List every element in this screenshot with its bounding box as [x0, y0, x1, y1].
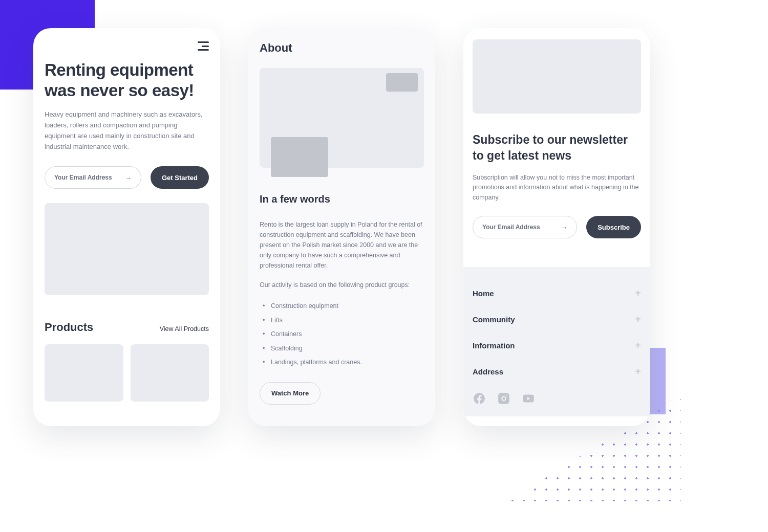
subscribe-button[interactable]: Subscribe	[586, 216, 641, 238]
newsletter-description: Subscription will allow you not to miss …	[473, 173, 641, 203]
footer-item-community[interactable]: Community +	[473, 306, 641, 332]
youtube-icon[interactable]	[522, 392, 535, 405]
hero-title: Renting equipment was never so easy!	[45, 60, 209, 100]
products-title: Products	[45, 321, 93, 334]
about-subheading: In a few words	[260, 193, 424, 205]
list-item: Scaffolding	[260, 342, 424, 356]
footer-item-information[interactable]: Information +	[473, 332, 641, 359]
instagram-icon[interactable]	[497, 392, 510, 405]
list-item: Lifts	[260, 314, 424, 328]
hero-description: Heavy equipment and machinery such as ex…	[45, 109, 209, 152]
arrow-right-icon: →	[125, 174, 132, 182]
email-placeholder: Your Email Address	[482, 224, 540, 231]
footer-label: Community	[473, 315, 515, 324]
list-item: Landings, platforms and cranes.	[260, 356, 424, 370]
list-item: Containers	[260, 327, 424, 342]
about-list: Construction equipment Lifts Containers …	[260, 299, 424, 370]
product-card[interactable]	[45, 344, 123, 402]
view-all-products-link[interactable]: View All Products	[160, 325, 209, 332]
footer-item-address[interactable]: Address +	[473, 359, 641, 385]
email-placeholder: Your Email Address	[54, 174, 112, 181]
about-title: About	[260, 41, 424, 55]
footer-item-home[interactable]: Home +	[473, 280, 641, 306]
about-image-overlay-large	[271, 137, 328, 177]
footer-label: Information	[473, 341, 515, 350]
plus-icon: +	[635, 340, 641, 351]
list-item: Construction equipment	[260, 299, 424, 314]
screen-home: Renting equipment was never so easy! Hea…	[33, 28, 220, 426]
plus-icon: +	[635, 366, 641, 378]
newsletter-email-input[interactable]: Your Email Address →	[473, 216, 577, 238]
get-started-button[interactable]: Get Started	[151, 166, 209, 189]
plus-icon: +	[635, 314, 641, 325]
about-paragraph-2: Our activity is based on the following p…	[260, 280, 424, 290]
hamburger-menu-icon[interactable]	[198, 41, 209, 51]
footer-section: Home + Community + Information + Address…	[463, 267, 650, 416]
email-input[interactable]: Your Email Address →	[45, 166, 141, 189]
hero-image-placeholder	[45, 203, 209, 295]
screen-newsletter-footer: Subscribe to our newsletter to get lates…	[463, 28, 650, 426]
footer-label: Address	[473, 367, 503, 376]
plus-icon: +	[635, 287, 641, 299]
facebook-icon[interactable]	[473, 392, 486, 405]
watch-more-button[interactable]: Watch More	[260, 382, 321, 405]
about-paragraph-1: Rento is the largest loan supply in Pola…	[260, 219, 424, 271]
arrow-right-icon: →	[561, 224, 567, 231]
about-image-placeholder	[260, 68, 424, 168]
newsletter-image-placeholder	[473, 39, 641, 114]
newsletter-title: Subscribe to our newsletter to get lates…	[473, 132, 641, 164]
screen-about: About In a few words Rento is the larges…	[248, 28, 435, 426]
footer-label: Home	[473, 289, 494, 298]
product-card[interactable]	[131, 344, 209, 402]
about-image-overlay-small	[386, 73, 418, 92]
